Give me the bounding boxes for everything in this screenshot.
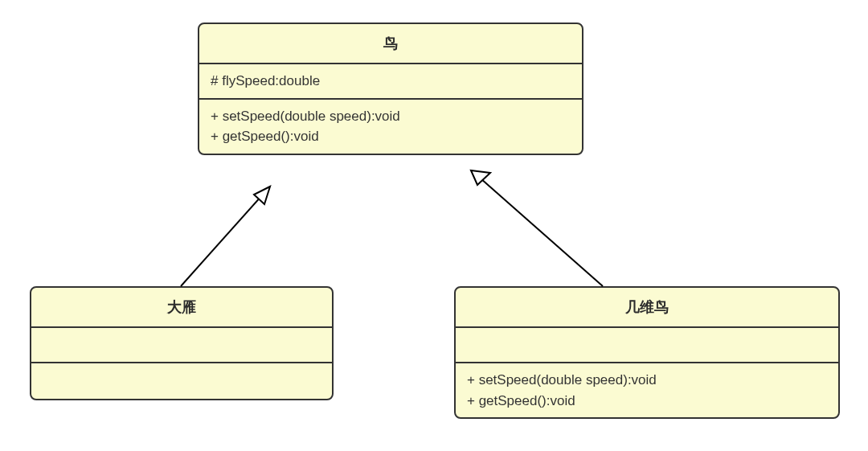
class-bird-attributes: # flySpeed:double [199,64,582,100]
class-wildgoose-attributes [31,328,332,363]
class-wildgoose-title: 大雁 [31,288,332,328]
class-bird-title: 鸟 [199,24,582,64]
class-bird-method-0: + setSpeed(double speed):void [211,106,571,127]
svg-line-2 [481,178,603,286]
svg-marker-3 [471,170,490,185]
class-wildgoose-methods [31,363,332,399]
class-kiwi-methods: + setSpeed(double speed):void + getSpeed… [456,363,838,417]
class-kiwi: 几维鸟 + setSpeed(double speed):void + getS… [454,286,840,419]
relation-wildgoose-bird [181,187,270,286]
svg-line-0 [181,195,262,286]
class-kiwi-method-1: + getSpeed():void [467,391,827,412]
class-bird-methods: + setSpeed(double speed):void + getSpeed… [199,100,582,154]
class-kiwi-title: 几维鸟 [456,288,838,328]
svg-marker-1 [254,187,270,204]
class-kiwi-attributes [456,328,838,363]
class-bird-method-1: + getSpeed():void [211,126,571,147]
class-kiwi-method-0: + setSpeed(double speed):void [467,370,827,391]
class-bird-attr-0: # flySpeed:double [211,71,571,92]
class-wildgoose: 大雁 [30,286,334,400]
class-bird: 鸟 # flySpeed:double + setSpeed(double sp… [198,23,583,155]
relation-kiwi-bird [471,170,603,286]
